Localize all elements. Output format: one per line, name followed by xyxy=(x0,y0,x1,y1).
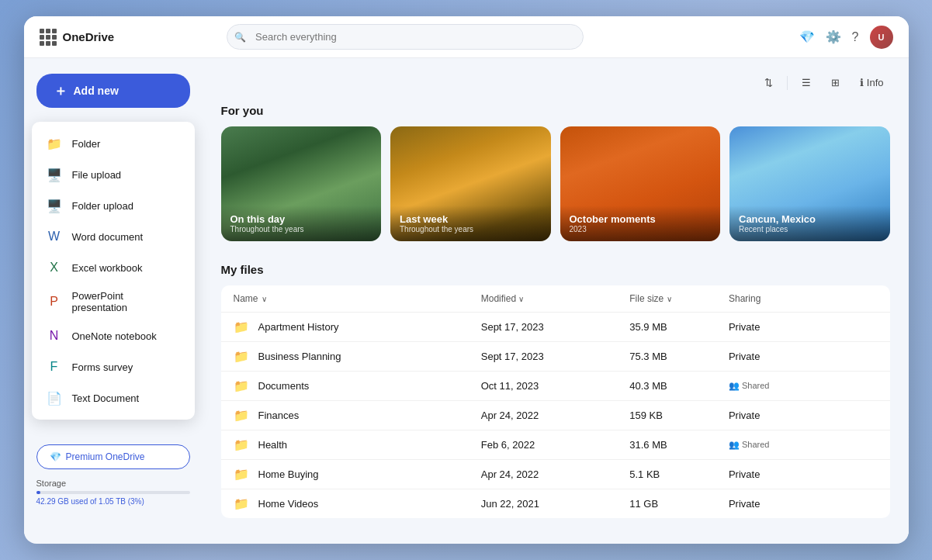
app-window: OneDrive 💎 ⚙️ ? U ＋ Add new 📁 Fo xyxy=(24,16,909,544)
card-title-4: Cancun, Mexico xyxy=(739,213,881,225)
table-row[interactable]: 📁 Business Planning Sept 17, 2023 75.3 M… xyxy=(221,342,890,372)
storage-label: Storage xyxy=(36,479,190,488)
sort-button[interactable]: ⇅ xyxy=(758,74,779,92)
table-row[interactable]: 📁 Home Buying Apr 24, 2022 5.1 KB Privat… xyxy=(221,460,890,489)
dropdown-file-upload[interactable]: 🖥️ File upload xyxy=(32,159,195,190)
shared-icon: 👥 Shared xyxy=(729,381,878,391)
private-label: Private xyxy=(729,351,760,362)
folder-file-icon: 📁 xyxy=(234,467,249,482)
file-size-cell: 159 KB xyxy=(629,410,729,421)
private-label: Private xyxy=(729,321,760,333)
main-content: ⇅ ☰ ⊞ ℹ Info For you On this day Through… xyxy=(203,58,909,534)
dropdown-text[interactable]: 📄 Text Document xyxy=(32,382,195,413)
file-name: Home Buying xyxy=(258,468,319,480)
dropdown-forms[interactable]: F Forms survey xyxy=(32,351,195,382)
folder-file-icon: 📁 xyxy=(234,320,249,334)
grid-view-button[interactable]: ⊞ xyxy=(825,74,846,92)
card-october[interactable]: October moments 2023 xyxy=(560,126,721,241)
dropdown-onenote[interactable]: N OneNote notebook xyxy=(32,320,195,351)
file-name-cell: 📁 Business Planning xyxy=(234,349,481,364)
file-size-cell: 35.9 MB xyxy=(629,321,729,333)
avatar[interactable]: U xyxy=(870,26,893,49)
dropdown-menu: 📁 Folder 🖥️ File upload 🖥️ Folder upload… xyxy=(32,122,195,420)
folder-file-icon: 📁 xyxy=(234,408,249,423)
folder-file-icon: 📁 xyxy=(234,496,249,511)
cards-row: On this day Throughout the years Last we… xyxy=(221,126,890,241)
help-icon[interactable]: ? xyxy=(852,30,859,44)
col-modified-header[interactable]: Modified ∨ xyxy=(481,293,630,304)
card-title-3: October moments xyxy=(570,213,712,225)
file-modified-cell: Sept 17, 2023 xyxy=(481,321,630,333)
search-input[interactable] xyxy=(227,24,584,50)
table-row[interactable]: 📁 Home Videos Jun 22, 2021 11 GB Private xyxy=(221,489,890,518)
table-row[interactable]: 📁 Documents Oct 11, 2023 40.3 MB 👥 Share… xyxy=(221,372,890,401)
table-row[interactable]: 📁 Health Feb 6, 2022 31.6 MB 👥 Shared xyxy=(221,430,890,460)
waffle-icon xyxy=(40,29,57,46)
file-name-cell: 📁 Finances xyxy=(234,408,481,423)
folder-file-icon: 📁 xyxy=(234,349,249,364)
topbar-actions: 💎 ⚙️ ? U xyxy=(799,26,893,49)
plus-icon: ＋ xyxy=(54,81,68,100)
file-modified-cell: Sept 17, 2023 xyxy=(481,351,630,362)
my-files-title: My files xyxy=(221,263,890,276)
file-name-cell: 📁 Documents xyxy=(234,379,481,393)
file-size-cell: 31.6 MB xyxy=(629,439,729,451)
app-logo[interactable]: OneDrive xyxy=(40,29,115,46)
onenote-icon: N xyxy=(46,327,63,344)
name-sort-icon: ∨ xyxy=(262,295,267,303)
col-name-header[interactable]: Name ∨ xyxy=(234,293,481,304)
dropdown-folder-upload[interactable]: 🖥️ Folder upload xyxy=(32,190,195,221)
file-size-cell: 75.3 MB xyxy=(629,351,729,362)
col-size-header[interactable]: File size ∨ xyxy=(629,293,729,304)
premium-button[interactable]: 💎 Premium OneDrive xyxy=(36,444,190,469)
file-size-cell: 5.1 KB xyxy=(629,468,729,480)
private-label: Private xyxy=(729,498,760,510)
excel-icon: X xyxy=(46,259,63,276)
content-toolbar: ⇅ ☰ ⊞ ℹ Info xyxy=(221,74,890,92)
word-icon: W xyxy=(46,228,63,245)
card-subtitle-1: Throughout the years xyxy=(230,225,372,233)
col-sharing-header: Sharing xyxy=(729,293,878,304)
info-label: Info xyxy=(867,77,884,88)
table-row[interactable]: 📁 Finances Apr 24, 2022 159 KB Private xyxy=(221,401,890,430)
app-title: OneDrive xyxy=(63,30,115,43)
dropdown-folder[interactable]: 📁 Folder xyxy=(32,128,195,159)
dropdown-excel-label: Excel workbook xyxy=(72,262,143,274)
storage-section: 💎 Premium OneDrive Storage 42.29 GB used… xyxy=(24,432,203,518)
file-sharing-cell: 👥 Shared xyxy=(729,381,878,391)
list-view-button[interactable]: ☰ xyxy=(795,74,817,92)
card-cancun[interactable]: Cancun, Mexico Recent places xyxy=(729,126,890,241)
file-name-cell: 📁 Apartment History xyxy=(234,320,481,334)
gear-icon[interactable]: ⚙️ xyxy=(826,29,841,44)
card-subtitle-2: Throughout the years xyxy=(400,225,542,233)
dropdown-word-label: Word document xyxy=(72,231,144,243)
diamond-icon[interactable]: 💎 xyxy=(799,29,815,44)
my-files-section: My files Name ∨ Modified ∨ File size xyxy=(221,263,890,518)
dropdown-powerpoint[interactable]: P PowerPoint presentation xyxy=(32,283,195,320)
card-overlay-1: On this day Throughout the years xyxy=(221,206,382,241)
file-modified-cell: Feb 6, 2022 xyxy=(481,439,630,451)
main-layout: ＋ Add new 📁 Folder 🖥️ File upload 🖥️ Fol… xyxy=(24,58,909,534)
card-overlay-3: October moments 2023 xyxy=(560,206,721,241)
card-title-1: On this day xyxy=(230,213,372,225)
folder-icon: 📁 xyxy=(46,135,63,152)
dropdown-folder-label: Folder xyxy=(72,138,101,150)
dropdown-excel[interactable]: X Excel workbook xyxy=(32,252,195,283)
file-size-cell: 40.3 MB xyxy=(629,380,729,392)
dropdown-word[interactable]: W Word document xyxy=(32,221,195,252)
card-last-week[interactable]: Last week Throughout the years xyxy=(390,126,551,241)
search-bar xyxy=(227,24,584,50)
diamond-icon-sm: 💎 xyxy=(50,451,61,462)
file-name: Health xyxy=(258,439,288,451)
file-modified-cell: Apr 24, 2022 xyxy=(481,410,630,421)
storage-text: 42.29 GB used of 1.05 TB (3%) xyxy=(36,497,190,506)
card-overlay-4: Cancun, Mexico Recent places xyxy=(729,206,890,241)
table-row[interactable]: 📁 Apartment History Sept 17, 2023 35.9 M… xyxy=(221,313,890,342)
file-name: Business Planning xyxy=(258,351,341,362)
dropdown-onenote-label: OneNote notebook xyxy=(72,330,157,342)
private-label: Private xyxy=(729,410,760,421)
card-on-this-day[interactable]: On this day Throughout the years xyxy=(221,126,382,241)
add-new-button[interactable]: ＋ Add new xyxy=(36,74,190,108)
info-button[interactable]: ℹ Info xyxy=(854,74,890,92)
private-label: Private xyxy=(729,468,760,480)
